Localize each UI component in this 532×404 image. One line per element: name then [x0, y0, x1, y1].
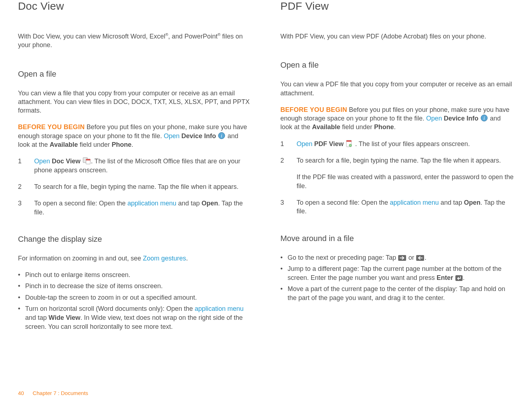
step-3: To open a second file: Open the applicat… [18, 199, 252, 217]
pdf-view-label: PDF View [314, 140, 344, 147]
pdf-view-intro: With PDF View, you can view PDF (Adobe A… [281, 32, 514, 41]
svg-point-9 [349, 144, 352, 146]
text: . [394, 123, 396, 131]
available-field: Available [312, 123, 340, 131]
step-3: To open a second file: Open the applicat… [281, 198, 514, 216]
list-item: Go to the next or preceding page: Tap or… [281, 253, 514, 262]
phone-field: Phone [374, 123, 394, 131]
zoom-gestures-link[interactable]: Zoom gestures [143, 255, 186, 262]
enter-key-icon [455, 275, 463, 281]
before-you-begin: BEFORE YOU BEGIN Before you put files on… [281, 105, 514, 132]
list-item: Double-tap the screen to zoom in or out … [18, 293, 252, 302]
arrow-left-icon [416, 255, 424, 261]
list-item: Pinch in to decrease the size of items o… [18, 282, 252, 291]
open-file-heading: Open a file [18, 69, 252, 79]
registered-mark: ® [165, 32, 168, 37]
doc-view-label: Doc View [52, 158, 81, 165]
text: . [132, 141, 133, 148]
left-column: Doc View With Doc View, you can view Mic… [18, 0, 252, 333]
text: , and PowerPoint [168, 33, 218, 40]
page-footer: 40 Chapter 7 : Documents [18, 390, 88, 396]
list-item: Jump to a different page: Tap the curren… [281, 264, 514, 282]
text: Turn on horizontal scroll (Word document… [25, 305, 195, 312]
phone-field: Phone [112, 141, 132, 148]
right-column: PDF View With PDF View, you can view PDF… [281, 0, 514, 333]
display-size-intro: For information on zooming in and out, s… [18, 254, 252, 263]
text: and tap [25, 314, 49, 321]
svg-text:i: i [483, 115, 485, 121]
open-link[interactable]: Open [426, 115, 442, 122]
device-info: Device Info [444, 115, 478, 122]
display-size-heading: Change the display size [18, 235, 252, 244]
available-field: Available [50, 141, 78, 148]
list-item: Turn on horizontal scroll (Word document… [18, 304, 252, 332]
registered-mark: ® [218, 32, 220, 37]
info-icon: i [218, 132, 225, 139]
text: With Doc View, you can view Microsoft Wo… [18, 33, 165, 40]
text: field under [340, 123, 374, 131]
page: Doc View With Doc View, you can view Mic… [0, 0, 532, 404]
pdf-view-title: PDF View [281, 0, 514, 12]
before-you-begin: BEFORE YOU BEGIN Before you put files on… [18, 123, 252, 149]
text: . The list of your files appears onscree… [355, 140, 470, 147]
text: field under [78, 141, 112, 148]
step-2-sub: If the PDF file was created with a passw… [297, 173, 514, 190]
step-1: Open PDF View . The list of your files a… [281, 140, 514, 148]
chapter-label: Chapter 7 : Documents [33, 390, 88, 396]
pdf-view-app-icon [346, 140, 353, 147]
text: or [406, 254, 416, 261]
step-2: To search for a file, begin typing the n… [281, 156, 514, 190]
page-number: 40 [18, 390, 24, 396]
open-file-heading: Open a file [281, 60, 514, 70]
text: For information on zooming in and out, s… [18, 255, 143, 262]
list-item: Move a part of the current page to the c… [281, 285, 514, 303]
open-file-steps: Open PDF View . The list of your files a… [281, 140, 514, 216]
open-file-desc: You can view a file that you copy from y… [18, 89, 252, 115]
info-icon: i [481, 114, 488, 122]
open-file-desc: You can view a PDF file that you copy fr… [281, 80, 514, 97]
text: To open a second file: Open the [34, 200, 127, 207]
application-menu-link[interactable]: application menu [390, 199, 439, 206]
display-size-bullets: Pinch out to enlarge items onscreen. Pin… [18, 271, 252, 331]
doc-view-app-icon [83, 157, 91, 164]
open-file-steps: Open Doc View . The list of the Microsof… [18, 157, 252, 216]
svg-rect-8 [346, 140, 351, 142]
text: and tap [176, 200, 201, 207]
two-column-layout: Doc View With Doc View, you can view Mic… [18, 0, 514, 333]
text: To search for a file, begin typing the n… [297, 157, 501, 164]
enter-key: Enter [437, 274, 453, 281]
arrow-right-icon [398, 255, 406, 261]
byb-label: BEFORE YOU BEGIN [18, 123, 85, 131]
open-label: Open [464, 199, 481, 206]
wide-view-label: Wide View [49, 314, 81, 321]
application-menu-link[interactable]: application menu [127, 200, 176, 207]
open-label: Open [201, 200, 218, 207]
svg-rect-12 [455, 275, 463, 281]
text: Jump to a different page: Tap the curren… [288, 265, 502, 281]
application-menu-link[interactable]: application menu [195, 305, 244, 312]
device-info: Device Info [181, 132, 216, 140]
svg-rect-4 [86, 159, 90, 160]
text: . [424, 254, 426, 261]
move-around-heading: Move around in a file [281, 234, 514, 243]
byb-label: BEFORE YOU BEGIN [281, 106, 347, 113]
open-link[interactable]: Open [34, 158, 50, 165]
step-1: Open Doc View . The list of the Microsof… [18, 157, 252, 174]
text: and tap [439, 199, 464, 206]
doc-view-title: Doc View [18, 0, 252, 12]
open-link[interactable]: Open [297, 140, 313, 147]
text: . [463, 274, 465, 281]
doc-view-intro: With Doc View, you can view Microsoft Wo… [18, 32, 252, 50]
move-around-bullets: Go to the next or preceding page: Tap or… [281, 253, 514, 303]
text: . [186, 255, 188, 262]
svg-text:i: i [221, 133, 222, 139]
open-link[interactable]: Open [164, 132, 179, 140]
list-item: Pinch out to enlarge items onscreen. [18, 271, 252, 280]
text: To open a second file: Open the [297, 199, 390, 206]
text: Go to the next or preceding page: Tap [288, 254, 398, 261]
step-2: To search for a file, begin typing the n… [18, 182, 252, 191]
